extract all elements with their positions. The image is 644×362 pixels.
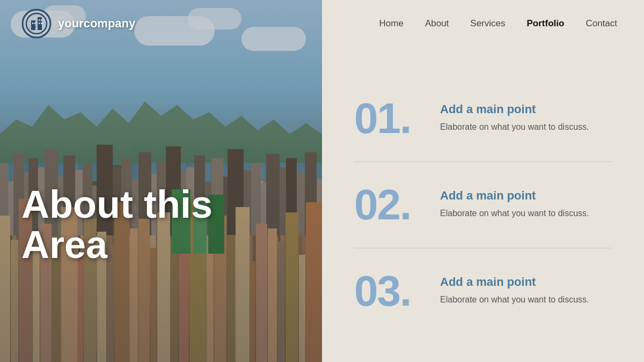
left-panel: yourcompany About this Area bbox=[0, 0, 322, 362]
divider-2 bbox=[354, 248, 612, 248]
svg-rect-6 bbox=[39, 19, 40, 21]
city-background bbox=[0, 0, 322, 362]
svg-rect-7 bbox=[41, 19, 42, 21]
point-title-1: Add a main point bbox=[440, 102, 589, 116]
nav-services[interactable]: Services bbox=[470, 18, 505, 29]
points-panel: 01. Add a main point Elaborate on what y… bbox=[322, 47, 644, 362]
svg-rect-5 bbox=[34, 23, 35, 24]
right-wrapper: Home About Services Portfolio Contact 01… bbox=[322, 0, 644, 362]
nav-about[interactable]: About bbox=[425, 18, 449, 29]
point-row-1: 01. Add a main point Elaborate on what y… bbox=[354, 86, 612, 151]
point-desc-2: Elaborate on what you want to discuss. bbox=[440, 207, 589, 220]
point-number-2: 02. bbox=[354, 183, 424, 226]
svg-rect-4 bbox=[32, 23, 33, 24]
hero-title: About this Area bbox=[21, 184, 213, 265]
point-title-2: Add a main point bbox=[440, 189, 589, 203]
nav-bar: Home About Services Portfolio Contact bbox=[322, 0, 644, 47]
logo-area[interactable]: yourcompany bbox=[0, 9, 322, 39]
nav-portfolio[interactable]: Portfolio bbox=[527, 18, 565, 29]
point-row-2: 02. Add a main point Elaborate on what y… bbox=[354, 173, 612, 237]
point-number-3: 03. bbox=[354, 270, 424, 313]
svg-rect-9 bbox=[41, 23, 42, 24]
page-layout: yourcompany About this Area Home About S… bbox=[0, 0, 644, 362]
company-name: yourcompany bbox=[58, 17, 135, 31]
point-content-1: Add a main point Elaborate on what you w… bbox=[440, 97, 589, 134]
svg-rect-8 bbox=[39, 23, 40, 24]
point-title-3: Add a main point bbox=[440, 275, 589, 289]
svg-rect-2 bbox=[31, 20, 35, 30]
point-row-3: 03. Add a main point Elaborate on what y… bbox=[354, 259, 612, 323]
hero-text-block: About this Area bbox=[21, 184, 213, 265]
company-logo-icon bbox=[21, 9, 52, 39]
point-content-2: Add a main point Elaborate on what you w… bbox=[440, 183, 589, 220]
point-content-3: Add a main point Elaborate on what you w… bbox=[440, 270, 589, 306]
divider-1 bbox=[354, 161, 612, 162]
image-overlay bbox=[0, 0, 322, 362]
nav-home[interactable]: Home bbox=[379, 18, 404, 29]
nav-contact[interactable]: Contact bbox=[586, 18, 617, 29]
point-number-1: 01. bbox=[354, 97, 424, 140]
svg-point-1 bbox=[26, 13, 47, 34]
point-desc-3: Elaborate on what you want to discuss. bbox=[440, 293, 589, 306]
hero-title-line1: About this bbox=[21, 183, 213, 226]
point-desc-1: Elaborate on what you want to discuss. bbox=[440, 121, 589, 134]
hero-title-line2: Area bbox=[21, 223, 107, 266]
